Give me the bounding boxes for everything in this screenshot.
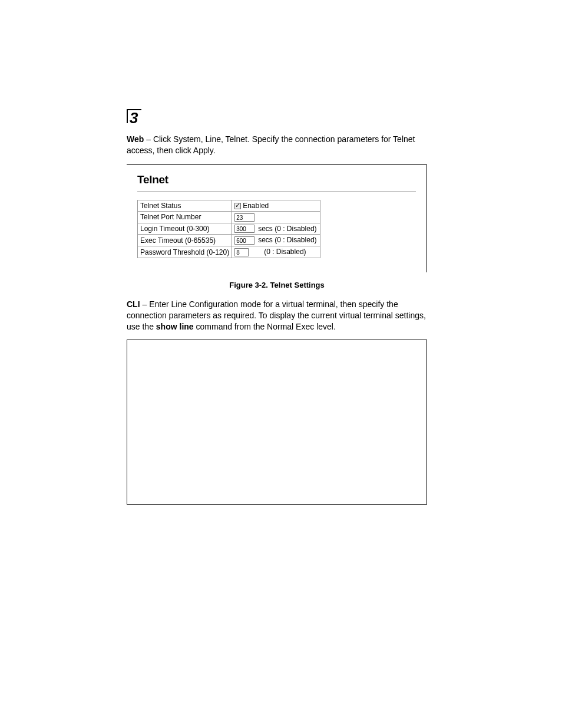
telnet-panel: Telnet Telnet Status Enabled Telnet Port… <box>127 164 427 272</box>
value-port: 23 <box>232 211 320 223</box>
row-port: Telnet Port Number 23 <box>138 211 320 223</box>
label-telnet-status: Telnet Status <box>138 200 232 211</box>
value-password-threshold: 8(0 : Disabled) <box>232 246 320 258</box>
value-exec-timeout: 600secs (0 : Disabled) <box>232 235 320 246</box>
web-text: – Click System, Line, Telnet. Specify th… <box>127 134 415 155</box>
password-threshold-unit: (0 : Disabled) <box>249 248 306 256</box>
value-login-timeout: 300secs (0 : Disabled) <box>232 223 320 235</box>
password-threshold-input[interactable]: 8 <box>234 248 249 256</box>
cli-command: show line <box>156 322 194 331</box>
row-login-timeout: Login Timeout (0-300) 300secs (0 : Disab… <box>138 223 320 235</box>
label-login-timeout: Login Timeout (0-300) <box>138 223 232 235</box>
enabled-label: Enabled <box>243 202 269 210</box>
row-exec-timeout: Exec Timeout (0-65535) 600secs (0 : Disa… <box>138 235 320 246</box>
cli-instructions: CLI – Enter Line Configuration mode for … <box>127 299 427 332</box>
value-telnet-status: Enabled <box>232 200 320 211</box>
row-telnet-status: Telnet Status Enabled <box>138 200 320 211</box>
cli-lead: CLI <box>127 299 140 309</box>
chapter-number: 3 <box>127 109 141 123</box>
web-lead: Web <box>127 134 144 144</box>
panel-title: Telnet <box>137 173 416 192</box>
cli-output-box <box>127 340 427 505</box>
label-password-threshold: Password Threshold (0-120) <box>138 246 232 258</box>
enabled-checkbox[interactable] <box>234 203 241 209</box>
label-exec-timeout: Exec Timeout (0-65535) <box>138 235 232 246</box>
port-input[interactable]: 23 <box>234 213 254 222</box>
exec-timeout-unit: secs (0 : Disabled) <box>254 236 316 244</box>
login-timeout-unit: secs (0 : Disabled) <box>254 225 316 233</box>
exec-timeout-input[interactable]: 600 <box>234 236 254 245</box>
login-timeout-input[interactable]: 300 <box>234 225 254 233</box>
figure-caption: Figure 3-2. Telnet Settings <box>127 281 427 289</box>
cli-text-2: command from the Normal Exec level. <box>194 322 336 331</box>
web-instructions: Web – Click System, Line, Telnet. Specif… <box>127 134 427 156</box>
row-password-threshold: Password Threshold (0-120) 8(0 : Disable… <box>138 246 320 258</box>
settings-table: Telnet Status Enabled Telnet Port Number… <box>137 200 320 258</box>
label-port: Telnet Port Number <box>138 211 232 223</box>
